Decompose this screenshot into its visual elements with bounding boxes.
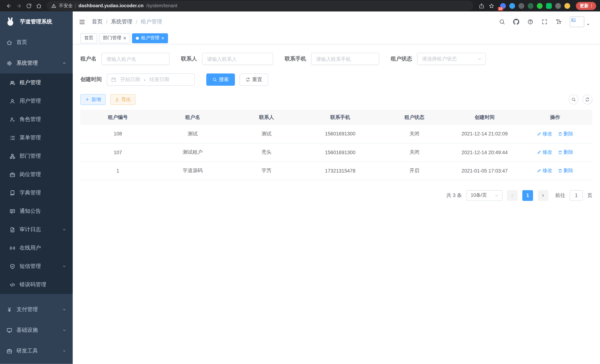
- reset-button[interactable]: 重置: [240, 74, 268, 86]
- page-size-select[interactable]: 10条/页: [466, 190, 502, 201]
- toggle-search-button[interactable]: [569, 94, 579, 104]
- prev-page-button[interactable]: [507, 190, 518, 201]
- sidebar-item[interactable]: 基础设施: [0, 320, 73, 340]
- sidebar-item[interactable]: 在线用户: [0, 239, 73, 257]
- close-icon[interactable]: ×: [123, 36, 126, 41]
- extension-icon-1[interactable]: 10: [500, 3, 506, 9]
- bookmark-star-icon[interactable]: [486, 1, 496, 11]
- sidebar-item[interactable]: 首页: [0, 32, 73, 53]
- cell-id: 108: [80, 125, 155, 143]
- forward-icon[interactable]: [14, 1, 24, 11]
- edit-link[interactable]: 修改: [537, 149, 553, 156]
- back-icon[interactable]: [4, 1, 14, 11]
- export-button[interactable]: 导出: [110, 94, 135, 105]
- extension-icon-7[interactable]: [555, 3, 561, 9]
- cell-actions: 修改删除: [518, 143, 592, 161]
- cell-contact: 秃头: [230, 143, 303, 161]
- search-button[interactable]: 搜索: [206, 74, 235, 86]
- view-tab[interactable]: 部门管理×: [99, 33, 130, 43]
- browser-home-icon[interactable]: [34, 1, 44, 11]
- extension-icon-5[interactable]: [537, 3, 543, 9]
- sidebar-item[interactable]: 用户管理: [0, 92, 73, 110]
- share-icon[interactable]: [477, 1, 487, 11]
- contact-input[interactable]: [202, 53, 273, 65]
- chevron-up-icon: [62, 61, 66, 65]
- sidebar-item[interactable]: 租户管理: [0, 74, 73, 92]
- delete-link-label: 删除: [563, 131, 573, 137]
- sidebar-item[interactable]: 系统管理: [0, 53, 73, 74]
- cell-status: 关闭: [377, 143, 451, 161]
- date-start-placeholder: 开始日期: [120, 76, 140, 83]
- delete-link-label: 删除: [563, 149, 573, 156]
- extension-icon-8[interactable]: [564, 3, 570, 9]
- sidebar-item[interactable]: 字典管理: [0, 184, 73, 202]
- sidebar-item[interactable]: 研发工具: [0, 341, 73, 361]
- view-tab[interactable]: 首页: [80, 33, 97, 43]
- sidebar-item[interactable]: 支付管理: [0, 299, 73, 320]
- edit-link-label: 修改: [543, 167, 553, 174]
- sidebar-item-label: 字典管理: [19, 189, 66, 196]
- table-row: 107测试租户秃头15601691300关闭2021-12-14 20:49:4…: [80, 143, 592, 161]
- logo[interactable]: 芋道管理系统: [0, 11, 73, 32]
- sidebar-item[interactable]: 角色管理: [0, 110, 73, 129]
- logo-image: [5, 16, 16, 28]
- page-suffix: 页: [587, 192, 592, 199]
- address-bar[interactable]: 不安全 dashboard.yudao.iocoder.cn/system/te…: [47, 1, 473, 11]
- calendar-icon: [111, 77, 116, 82]
- delete-link[interactable]: 删除: [558, 149, 573, 156]
- cell-created: 2021-12-14 21:02:09: [451, 125, 518, 143]
- extension-icon-4[interactable]: [528, 3, 533, 9]
- fullscreen-icon[interactable]: [541, 19, 547, 25]
- header-search-icon[interactable]: [499, 19, 505, 25]
- column-header: 联系手机: [303, 110, 377, 125]
- sidebar-item-label: 基础设施: [17, 327, 63, 334]
- status-select[interactable]: 请选择租户状态: [417, 53, 486, 65]
- edit-link[interactable]: 修改: [537, 131, 553, 137]
- phone-input[interactable]: [311, 53, 379, 65]
- next-page-button[interactable]: [538, 190, 548, 201]
- edit-link[interactable]: 修改: [537, 167, 553, 174]
- app-root: 不安全 dashboard.yudao.iocoder.cn/system/te…: [0, 0, 600, 364]
- font-size-icon[interactable]: [556, 19, 562, 25]
- tenant-name-input[interactable]: [102, 53, 169, 65]
- search-icon: [212, 77, 217, 82]
- cell-contact: 测试: [230, 125, 303, 143]
- infra-icon: [7, 327, 12, 333]
- extension-icon-6[interactable]: [546, 3, 552, 9]
- sidebar-item[interactable]: 菜单管理: [0, 129, 73, 147]
- address-divider: [75, 3, 76, 8]
- contact-filter: 联系人: [181, 53, 273, 65]
- chevron-down-icon: [62, 349, 66, 353]
- sidebar-item-label: 角色管理: [19, 116, 66, 123]
- sidebar-item[interactable]: 岗位管理: [0, 165, 73, 184]
- chevron-down-icon: [62, 264, 66, 268]
- close-icon[interactable]: ×: [161, 36, 164, 41]
- sidebar-item[interactable]: 短信管理: [0, 257, 73, 276]
- user-avatar[interactable]: [570, 17, 590, 27]
- delete-link[interactable]: 删除: [558, 131, 573, 137]
- sidebar-item[interactable]: 错误码管理: [0, 276, 73, 294]
- refresh-table-button[interactable]: [582, 94, 592, 104]
- sidebar-collapse-icon[interactable]: [79, 19, 85, 25]
- extension-icon-2[interactable]: [509, 3, 515, 9]
- update-button[interactable]: 更新: [576, 2, 596, 10]
- github-icon[interactable]: [513, 19, 519, 25]
- download-icon: [115, 97, 120, 102]
- add-button[interactable]: 新增: [80, 94, 106, 105]
- notice-icon: [10, 208, 15, 214]
- goto-page-input[interactable]: [570, 190, 583, 201]
- sidebar-item[interactable]: 部门管理: [0, 147, 73, 165]
- extension-icon-3[interactable]: [519, 3, 524, 9]
- breadcrumb-item[interactable]: 首页: [92, 18, 103, 25]
- delete-link[interactable]: 删除: [558, 167, 573, 174]
- column-header: 操作: [518, 110, 592, 125]
- view-tab[interactable]: 租户管理×: [132, 33, 168, 43]
- help-icon[interactable]: [527, 19, 533, 25]
- date-range-picker[interactable]: 开始日期 - 结束日期: [107, 74, 195, 86]
- current-page-button[interactable]: 1: [522, 190, 533, 201]
- sidebar-item[interactable]: 通知公告: [0, 202, 73, 220]
- breadcrumb-item[interactable]: 系统管理: [111, 18, 132, 25]
- reload-icon[interactable]: [24, 1, 34, 11]
- sidebar-item[interactable]: 审计日志: [0, 220, 73, 239]
- tenant-table: 租户编号租户名联系人联系手机租户状态创建时间操作 108测试测试15601691…: [80, 110, 592, 180]
